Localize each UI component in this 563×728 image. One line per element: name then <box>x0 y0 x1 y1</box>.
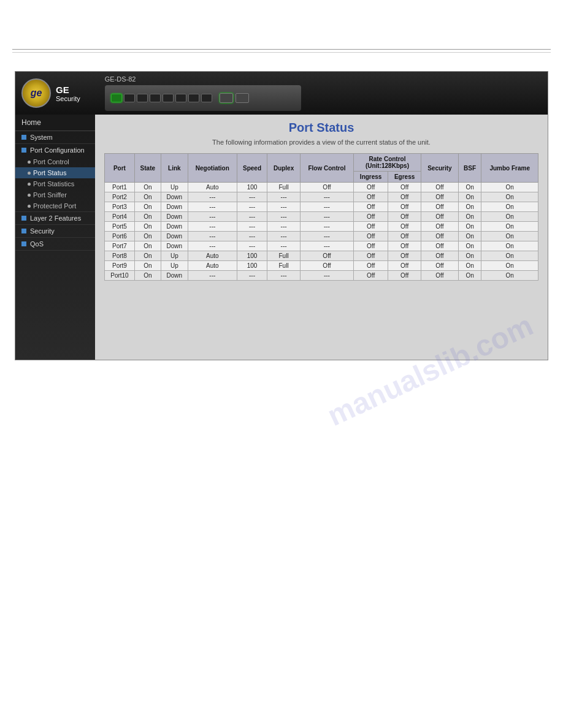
ge-brand-text: GE Security <box>56 85 80 102</box>
portstatus-label: Port Status <box>33 169 66 176</box>
cell-egress: Off <box>388 271 421 281</box>
cell-link: Down <box>161 212 188 222</box>
cell-link: Up <box>161 183 188 192</box>
cell-ingress: Off <box>354 261 388 271</box>
cell-link: Down <box>161 232 188 241</box>
ge-logo-text: ge <box>31 88 42 99</box>
sidebar-section-title-security[interactable]: Security <box>15 225 95 237</box>
cell-bsf: On <box>458 202 481 212</box>
bullet-icon <box>28 205 31 208</box>
cell-security: Off <box>421 202 458 212</box>
sidebar-section-system: System <box>15 131 95 144</box>
cell-duplex: --- <box>267 241 301 251</box>
cell-link: Down <box>161 271 188 281</box>
sidebar-home[interactable]: Home <box>15 115 95 131</box>
cell-jumbo: On <box>481 192 538 202</box>
th-jumboframe: Jumbo Frame <box>481 154 538 183</box>
cell-link: Up <box>161 261 188 271</box>
page-title: Port Status <box>104 121 538 135</box>
top-rules <box>12 49 551 53</box>
cell-link: Down <box>161 192 188 202</box>
portconfig-icon <box>21 148 26 153</box>
cell-ingress: Off <box>354 202 388 212</box>
th-security: Security <box>421 154 458 183</box>
cell-ingress: Off <box>354 251 388 261</box>
device-frame: ge GE Security GE-DS-82 <box>15 71 548 360</box>
th-duplex: Duplex <box>267 154 301 183</box>
sfp-port-2 <box>236 93 249 103</box>
sidebar-section-title-system[interactable]: System <box>15 131 95 143</box>
table-row: Port5OnDown------------OffOffOffOnOn <box>105 222 538 232</box>
portstatistics-label: Port Statistics <box>33 180 74 188</box>
brand-name: GE <box>56 85 80 95</box>
cell-duplex: --- <box>267 212 301 222</box>
layer2-label: Layer 2 Features <box>30 214 81 222</box>
port-1 <box>111 94 122 102</box>
device-header: ge GE Security GE-DS-82 <box>15 72 548 115</box>
cell-negotiation: Auto <box>188 261 237 271</box>
cell-bsf: On <box>458 251 481 261</box>
th-state: State <box>134 154 161 183</box>
cell-port: Port6 <box>105 232 135 241</box>
sidebar-item-protectedport[interactable]: Protected Port <box>15 200 95 211</box>
table-row: Port10OnDown------------OffOffOffOnOn <box>105 271 538 281</box>
sidebar-item-portcontrol[interactable]: Port Control <box>15 156 95 167</box>
cell-state: On <box>134 202 161 212</box>
cell-speed: --- <box>237 202 267 212</box>
qos-icon <box>21 241 26 246</box>
cell-bsf: On <box>458 271 481 281</box>
cell-negotiation: --- <box>188 202 237 212</box>
cell-security: Off <box>421 212 458 222</box>
bullet-icon <box>28 161 31 164</box>
cell-ingress: Off <box>354 241 388 251</box>
cell-duplex: --- <box>267 222 301 232</box>
cell-egress: Off <box>388 232 421 241</box>
table-row: Port4OnDown------------OffOffOffOnOn <box>105 212 538 222</box>
portsniffer-label: Port Sniffer <box>33 191 67 199</box>
cell-speed: --- <box>237 192 267 202</box>
table-row: Port2OnDown------------OffOffOffOnOn <box>105 192 538 202</box>
sidebar-section-title-portconfig[interactable]: Port Configuration <box>15 144 95 156</box>
cell-state: On <box>134 212 161 222</box>
cell-ingress: Off <box>354 183 388 192</box>
cell-speed: 100 <box>237 251 267 261</box>
content-area: Port Status The following information pr… <box>95 115 548 360</box>
cell-bsf: On <box>458 183 481 192</box>
th-egress: Egress <box>388 172 421 183</box>
th-flowcontrol: Flow Control <box>300 154 353 183</box>
cell-ingress: Off <box>354 212 388 222</box>
cell-security: Off <box>421 271 458 281</box>
sidebar-item-portstatistics[interactable]: Port Statistics <box>15 178 95 189</box>
main-content: Home System Port Configuration <box>15 115 548 360</box>
port-8 <box>201 94 212 102</box>
security-label: Security <box>30 227 55 235</box>
cell-duplex: --- <box>267 192 301 202</box>
cell-security: Off <box>421 183 458 192</box>
cell-port: Port8 <box>105 251 135 261</box>
cell-flowcontrol: --- <box>300 212 353 222</box>
switch-body <box>105 85 301 111</box>
cell-security: Off <box>421 222 458 232</box>
cell-bsf: On <box>458 241 481 251</box>
cell-negotiation: --- <box>188 232 237 241</box>
cell-negotiation: --- <box>188 271 237 281</box>
sidebar-section-title-layer2[interactable]: Layer 2 Features <box>15 212 95 224</box>
cell-security: Off <box>421 241 458 251</box>
cell-negotiation: Auto <box>188 251 237 261</box>
sidebar-section-layer2: Layer 2 Features <box>15 212 95 225</box>
cell-jumbo: On <box>481 183 538 192</box>
table-row: Port7OnDown------------OffOffOffOnOn <box>105 241 538 251</box>
port-4 <box>150 94 161 102</box>
switch-model: GE-DS-82 <box>105 75 136 83</box>
sidebar-section-title-qos[interactable]: QoS <box>15 238 95 250</box>
cell-duplex: --- <box>267 232 301 241</box>
th-ingress: Ingress <box>354 172 388 183</box>
cell-bsf: On <box>458 212 481 222</box>
cell-link: Down <box>161 241 188 251</box>
qos-label: QoS <box>30 240 44 248</box>
th-speed: Speed <box>237 154 267 183</box>
sidebar-item-portsniffer[interactable]: Port Sniffer <box>15 189 95 200</box>
bullet-icon <box>28 194 31 197</box>
cell-link: Down <box>161 222 188 232</box>
sidebar-item-portstatus[interactable]: Port Status <box>15 167 95 178</box>
